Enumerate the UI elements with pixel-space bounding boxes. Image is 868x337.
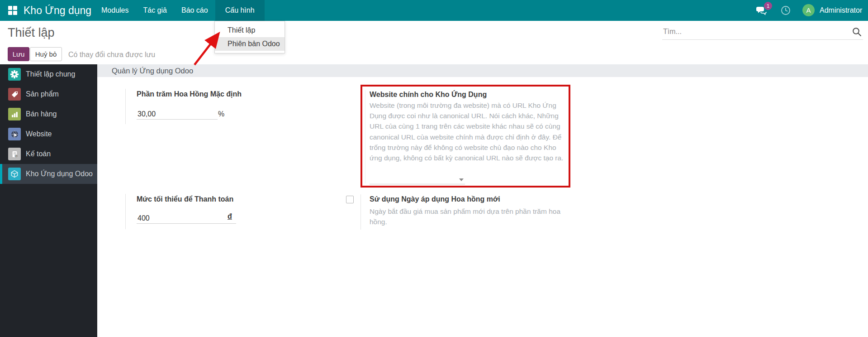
cube-icon <box>8 168 21 180</box>
search-field <box>662 27 863 40</box>
main-website-select[interactable] <box>370 175 465 184</box>
sidebar-item-label: Kế toán <box>26 150 51 158</box>
sidebar-item-website[interactable]: Website <box>0 124 97 144</box>
sidebar-item-sales[interactable]: Bán hàng <box>0 104 97 124</box>
sidebar-item-label: Bán hàng <box>26 110 57 118</box>
search-input[interactable] <box>662 27 845 36</box>
discard-button[interactable]: Huỷ bỏ <box>30 47 62 61</box>
svg-text:$: $ <box>15 155 17 157</box>
section-title: Quản lý Ứng dụng Odoo <box>112 67 193 75</box>
currency-suffix: đ <box>228 212 232 221</box>
sidebar-item-odoo-appstore[interactable]: Kho Ứng dụng Odoo <box>0 164 97 184</box>
tag-icon <box>8 88 21 101</box>
chevron-down-icon <box>459 178 464 181</box>
user-avatar[interactable]: A <box>802 4 815 16</box>
sidebar-item-products[interactable]: Sản phẩm <box>0 84 97 104</box>
page-title: Thiết lập <box>8 26 55 40</box>
main-website-label: Website chính cho Kho Ứng Dụng <box>370 91 487 99</box>
setting-divider <box>360 194 361 230</box>
min-payout-field <box>137 213 236 224</box>
menu-modules[interactable]: Modules <box>94 0 136 21</box>
settings-sidebar: Thiết lập chung Sản phẩm Bán hàng Websit… <box>0 64 97 337</box>
top-navbar: Kho Ứng dụng Modules Tác giả Báo cáo Cấu… <box>0 0 868 21</box>
min-payout-label: Mức tối thiểu để Thanh toán <box>137 195 233 203</box>
user-menu[interactable]: Administrator <box>820 0 862 21</box>
messages-count-badge: 1 <box>764 2 772 10</box>
apps-grid-icon[interactable] <box>7 5 18 16</box>
setting-divider <box>125 194 126 229</box>
activities-clock-icon[interactable] <box>781 5 791 15</box>
menu-bao-cao[interactable]: Báo cáo <box>174 0 215 21</box>
commission-label: Phần trăm Hoa Hồng Mặc định <box>137 90 242 98</box>
percent-suffix: % <box>218 110 224 118</box>
globe-cursor-icon <box>8 128 21 140</box>
app-name[interactable]: Kho Ứng dụng <box>24 0 91 21</box>
sidebar-item-label: Sản phẩm <box>26 90 59 98</box>
main-website-description: Website (trong môi trường đa website) mà… <box>370 100 566 163</box>
sidebar-item-label: Thiết lập chung <box>26 70 75 78</box>
setting-divider <box>365 90 365 183</box>
config-dropdown-menu: Thiết lập Phiên bản Odoo <box>214 21 285 53</box>
sidebar-item-label: Website <box>26 130 52 138</box>
sidebar-item-label: Kho Ứng dụng Odoo <box>26 170 93 178</box>
menu-cau-hinh[interactable]: Cấu hình <box>215 0 265 21</box>
commission-input[interactable] <box>137 109 218 120</box>
search-icon[interactable] <box>852 27 862 37</box>
unsaved-changes-text: Có thay đổi chưa được lưu <box>68 51 155 59</box>
invoice-icon: $ <box>8 148 21 160</box>
navbar-menu: Modules Tác giả Báo cáo Cấu hình <box>94 0 265 21</box>
highlighted-setting-box: Website chính cho Kho Ứng Dụng Website (… <box>360 85 570 188</box>
new-commission-date-description: Ngày bắt đầu giá mua sản phẩm mới dựa tr… <box>370 206 575 227</box>
min-payout-input[interactable] <box>137 213 236 224</box>
dropdown-item-phien-ban-odoo[interactable]: Phiên bản Odoo <box>215 37 285 51</box>
commission-field <box>137 109 218 120</box>
gear-icon <box>8 68 21 81</box>
bar-chart-icon <box>8 108 21 120</box>
save-button[interactable]: Lưu <box>8 47 29 61</box>
sidebar-item-general-settings[interactable]: Thiết lập chung <box>0 64 97 84</box>
dropdown-item-thiet-lap[interactable]: Thiết lập <box>215 24 285 37</box>
sidebar-item-accounting[interactable]: $ Kế toán <box>0 144 97 164</box>
new-commission-date-label: Sử dụng Ngày áp dụng Hoa hồng mới <box>370 195 500 203</box>
menu-tac-gia[interactable]: Tác giả <box>136 0 174 21</box>
setting-divider <box>125 89 126 124</box>
section-header: Quản lý Ứng dụng Odoo <box>97 64 868 77</box>
new-commission-date-checkbox[interactable] <box>346 196 354 203</box>
